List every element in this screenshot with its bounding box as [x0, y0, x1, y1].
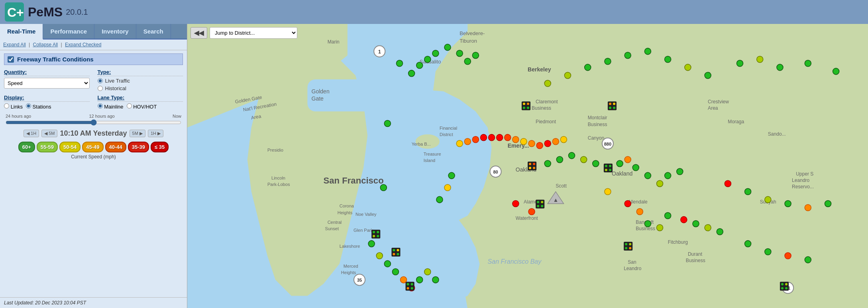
svg-point-97	[736, 60, 743, 67]
time-fwd-5m-btn[interactable]: 5M ▶	[130, 130, 145, 137]
svg-point-200	[411, 283, 413, 285]
type-col: Type: Live Traffic Historical	[98, 69, 183, 91]
display-links-radio[interactable]	[4, 103, 9, 109]
freeway-checkbox[interactable]	[8, 56, 14, 63]
svg-point-122	[617, 160, 623, 167]
svg-point-141	[693, 221, 699, 227]
svg-text:Durant: Durant	[688, 251, 703, 257]
svg-text:Glen Park: Glen Park	[353, 228, 373, 233]
svg-point-161	[424, 269, 431, 275]
time-back-5m-label: 5M	[49, 131, 55, 136]
svg-point-184	[537, 201, 539, 203]
map-area: Golden Gate Nat'l Recreation Area Golden…	[187, 24, 868, 308]
current-time-display: 10:10 AM Yesterday	[60, 129, 127, 138]
expand-checked-link[interactable]: Expand Checked	[65, 42, 101, 47]
app-version: 20.0.1	[66, 8, 88, 17]
map-back-button[interactable]: ◀◀	[190, 27, 207, 39]
svg-point-165	[527, 103, 529, 105]
svg-point-170	[613, 103, 615, 105]
svg-point-182	[609, 169, 611, 171]
svg-point-156	[384, 261, 391, 267]
svg-point-109	[513, 136, 519, 143]
svg-text:1: 1	[378, 49, 381, 55]
svg-text:Claremont: Claremont	[536, 99, 558, 105]
svg-point-142	[705, 225, 711, 231]
svg-rect-208	[780, 282, 789, 290]
svg-point-98	[757, 56, 763, 63]
svg-point-145	[745, 188, 751, 195]
type-radio-group: Live Traffic Historical	[98, 78, 183, 91]
svg-point-77	[396, 60, 403, 67]
type-live-label[interactable]: Live Traffic	[98, 78, 183, 84]
svg-text:San Francisco Bay: San Francisco Bay	[488, 258, 542, 265]
svg-text:Tiburon: Tiburon	[460, 38, 477, 44]
main-layout: Real-Time Performance Inventory Search E…	[0, 24, 868, 308]
app-title: PeMS	[28, 5, 63, 20]
svg-point-207	[629, 247, 631, 249]
svg-point-139	[665, 213, 671, 219]
time-back-5m-btn[interactable]: ◀ 5M	[41, 130, 57, 137]
svg-text:▲: ▲	[553, 197, 558, 203]
type-historical-radio[interactable]	[98, 86, 103, 91]
svg-point-119	[581, 156, 587, 163]
svg-point-124	[632, 164, 639, 171]
lane-hovhot-radio[interactable]	[127, 103, 132, 109]
svg-point-202	[411, 287, 413, 289]
svg-point-81	[432, 50, 439, 57]
svg-text:Leandro: Leandro	[792, 178, 810, 183]
time-label-left: 24 hours ago	[6, 114, 31, 118]
svg-point-206	[625, 247, 627, 249]
district-select[interactable]: Jump to District... District 1 District …	[210, 27, 297, 39]
nav-tabs: Real-Time Performance Inventory Search	[0, 24, 187, 39]
tab-realtime[interactable]: Real-Time	[0, 24, 43, 39]
lane-mainline-radio[interactable]	[98, 103, 103, 109]
svg-text:80: 80	[493, 170, 498, 174]
lane-type-radio-group: Mainline HOV/HOT	[98, 103, 183, 110]
display-links-label[interactable]: Links	[4, 103, 23, 110]
svg-point-95	[685, 64, 691, 71]
tab-search[interactable]: Search	[136, 24, 171, 39]
svg-text:Business: Business	[636, 226, 655, 231]
tab-inventory[interactable]: Inventory	[94, 24, 136, 39]
type-historical-label[interactable]: Historical	[98, 85, 183, 91]
svg-rect-183	[536, 199, 544, 208]
svg-text:Treasure: Treasure	[424, 152, 441, 156]
svg-text:Area: Area	[708, 105, 718, 111]
lane-type-label: Lane Type:	[98, 95, 183, 102]
lane-hovhot-label[interactable]: HOV/HOT	[127, 103, 157, 110]
svg-text:Marin: Marin	[328, 39, 340, 45]
collapse-all-link[interactable]: Collapse All	[33, 42, 58, 47]
svg-point-100	[805, 60, 811, 67]
type-live-radio[interactable]	[98, 78, 103, 83]
svg-text:Crestview: Crestview	[708, 99, 729, 105]
quantity-col: Quantity: Speed Flow Occupancy Density	[4, 69, 90, 91]
svg-rect-178	[604, 164, 613, 172]
svg-text:Corona: Corona	[340, 203, 354, 208]
tab-performance[interactable]: Performance	[43, 24, 94, 39]
svg-rect-188	[371, 230, 380, 239]
lane-mainline-label[interactable]: Mainline	[98, 103, 124, 110]
display-stations-radio[interactable]	[26, 103, 31, 109]
expand-all-link[interactable]: Expand All	[3, 42, 26, 47]
time-fwd-1h-btn[interactable]: 1H ▶	[148, 130, 163, 137]
svg-text:Fitchburg: Fitchburg	[668, 239, 688, 245]
time-back-1h-icon: ◀	[26, 131, 29, 136]
svg-point-199	[407, 283, 409, 285]
type-label: Type:	[98, 69, 183, 76]
svg-point-83	[456, 50, 463, 57]
svg-text:Waterfront: Waterfront	[516, 215, 538, 221]
svg-rect-163	[522, 101, 530, 110]
quantity-select[interactable]: Speed Flow Occupancy Density	[4, 78, 90, 89]
svg-text:Moraga: Moraga	[728, 119, 744, 125]
svg-point-187	[541, 205, 543, 207]
time-slider-input[interactable]	[6, 119, 181, 126]
svg-point-101	[833, 68, 839, 75]
svg-point-136	[448, 172, 455, 179]
svg-point-148	[805, 204, 811, 211]
svg-point-130	[528, 208, 535, 215]
svg-text:Sando...: Sando...	[768, 131, 786, 137]
display-stations-label[interactable]: Stations	[26, 103, 51, 110]
time-back-1h-btn[interactable]: ◀ 1H	[24, 130, 39, 137]
svg-rect-198	[406, 282, 414, 290]
last-updated: Last Updated: 20 Dec 2023 10:04 PST	[0, 297, 187, 308]
